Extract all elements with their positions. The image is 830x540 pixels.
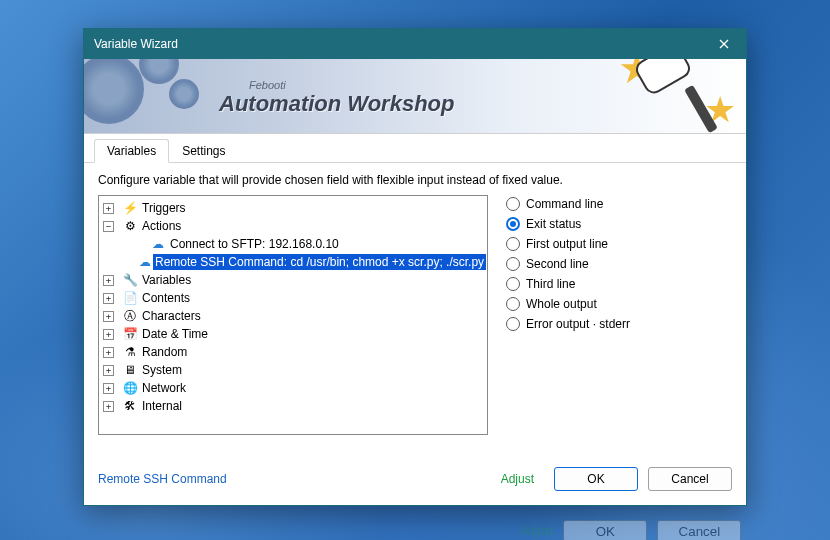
tree-node-contents[interactable]: + 📄 Contents <box>103 289 483 307</box>
radio-icon <box>506 217 520 231</box>
footer-path: Remote SSH Command <box>98 472 481 486</box>
content-area: + ⚡ Triggers − ⚙ Actions ☁ Connect to SF… <box>84 195 746 459</box>
radio-third-line[interactable]: Third line <box>506 277 732 291</box>
variable-wizard-dialog: Variable Wizard ★ ★ Febooti Automation W… <box>83 28 747 506</box>
header-sub: Febooti <box>249 79 454 91</box>
radio-label: First output line <box>526 237 608 251</box>
tab-settings[interactable]: Settings <box>169 139 238 163</box>
radio-icon <box>506 317 520 331</box>
brush-graphic <box>596 59 716 129</box>
tree-node-remote-ssh[interactable]: ☁ Remote SSH Command: cd /usr/bin; chmod… <box>103 253 483 271</box>
radio-command-line[interactable]: Command line <box>506 197 732 211</box>
titlebar: Variable Wizard <box>84 29 746 59</box>
bolt-icon: ⚡ <box>122 200 138 216</box>
tree-node-triggers[interactable]: + ⚡ Triggers <box>103 199 483 217</box>
calendar-icon: 📅 <box>122 326 138 342</box>
expand-icon[interactable]: + <box>103 365 114 376</box>
ghost-cancel-button: Cancel <box>657 520 741 540</box>
ghost-adjust: Adjust <box>520 524 553 538</box>
tree-node-internal[interactable]: + 🛠 Internal <box>103 397 483 415</box>
instruction-text: Configure variable that will provide cho… <box>84 163 746 195</box>
tab-strip: Variables Settings <box>84 134 746 163</box>
cloud-icon: ☁ <box>139 254 151 270</box>
wrench-icon: 🔧 <box>122 272 138 288</box>
tree-node-random[interactable]: + ⚗ Random <box>103 343 483 361</box>
radio-label: Exit status <box>526 217 581 231</box>
expand-icon[interactable]: + <box>103 329 114 340</box>
header-banner: ★ ★ Febooti Automation Workshop <box>84 59 746 134</box>
radio-first-output[interactable]: First output line <box>506 237 732 251</box>
close-button[interactable] <box>702 29 746 59</box>
header-text: Febooti Automation Workshop <box>219 79 454 117</box>
ok-button[interactable]: OK <box>554 467 638 491</box>
tree-node-actions[interactable]: − ⚙ Actions <box>103 217 483 235</box>
radio-icon <box>506 277 520 291</box>
tree-node-system[interactable]: + 🖥 System <box>103 361 483 379</box>
radio-label: Error output · stderr <box>526 317 630 331</box>
expand-icon[interactable]: + <box>103 347 114 358</box>
text-icon: Ⓐ <box>122 308 138 324</box>
radio-icon <box>506 257 520 271</box>
tree-node-datetime[interactable]: + 📅 Date & Time <box>103 325 483 343</box>
tab-variables[interactable]: Variables <box>94 139 169 163</box>
radio-label: Command line <box>526 197 603 211</box>
radio-label: Second line <box>526 257 589 271</box>
tree: + ⚡ Triggers − ⚙ Actions ☁ Connect to SF… <box>103 199 483 415</box>
expand-icon[interactable]: + <box>103 311 114 322</box>
globe-icon: 🌐 <box>122 380 138 396</box>
options-panel: Command line Exit status First output li… <box>506 195 732 453</box>
cloud-icon: ☁ <box>150 236 166 252</box>
flask-icon: ⚗ <box>122 344 138 360</box>
expand-icon[interactable]: + <box>103 401 114 412</box>
radio-label: Whole output <box>526 297 597 311</box>
background-window-footer: Adjust OK Cancel <box>520 520 741 540</box>
tool-icon: 🛠 <box>122 398 138 414</box>
expand-icon[interactable]: + <box>103 383 114 394</box>
gear-icon <box>169 79 199 109</box>
radio-icon <box>506 297 520 311</box>
radio-label: Third line <box>526 277 575 291</box>
radio-icon <box>506 237 520 251</box>
header-main: Automation Workshop <box>219 91 454 117</box>
expand-icon[interactable]: + <box>103 275 114 286</box>
gear-icon <box>84 59 144 124</box>
tree-node-network[interactable]: + 🌐 Network <box>103 379 483 397</box>
monitor-icon: 🖥 <box>122 362 138 378</box>
ghost-ok-button: OK <box>563 520 647 540</box>
doc-icon: 📄 <box>122 290 138 306</box>
radio-exit-status[interactable]: Exit status <box>506 217 732 231</box>
gear-icon <box>139 59 179 84</box>
tree-node-connect-sftp[interactable]: ☁ Connect to SFTP: 192.168.0.10 <box>103 235 483 253</box>
close-icon <box>719 39 729 49</box>
radio-icon <box>506 197 520 211</box>
tree-panel: + ⚡ Triggers − ⚙ Actions ☁ Connect to SF… <box>98 195 488 435</box>
tree-node-variables[interactable]: + 🔧 Variables <box>103 271 483 289</box>
radio-whole-output[interactable]: Whole output <box>506 297 732 311</box>
expand-icon[interactable]: + <box>103 293 114 304</box>
adjust-link[interactable]: Adjust <box>491 472 544 486</box>
radio-second-line[interactable]: Second line <box>506 257 732 271</box>
window-title: Variable Wizard <box>94 37 702 51</box>
dialog-footer: Remote SSH Command Adjust OK Cancel <box>84 459 746 505</box>
gear-icon: ⚙ <box>122 218 138 234</box>
tree-node-characters[interactable]: + Ⓐ Characters <box>103 307 483 325</box>
radio-error-output[interactable]: Error output · stderr <box>506 317 732 331</box>
expand-icon[interactable]: + <box>103 203 114 214</box>
cancel-button[interactable]: Cancel <box>648 467 732 491</box>
collapse-icon[interactable]: − <box>103 221 114 232</box>
